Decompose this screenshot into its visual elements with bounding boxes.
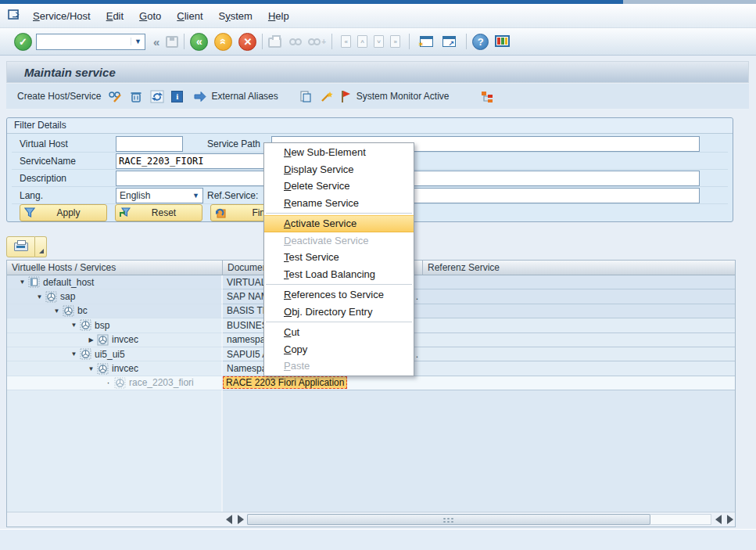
scroll-right-icon[interactable] <box>727 515 733 524</box>
selected-doc-cell[interactable]: RACE 2203 Fiori Application <box>223 376 347 389</box>
info-icon[interactable]: i <box>171 91 183 102</box>
find-icon[interactable] <box>289 38 302 45</box>
menu-item-copy[interactable]: Copy <box>264 341 414 358</box>
service-icon <box>97 363 109 375</box>
menu-goto[interactable]: Goto <box>131 8 169 24</box>
tree-node-label[interactable]: invcec <box>112 334 138 345</box>
menu-separator <box>266 213 412 214</box>
virtual-host-input[interactable] <box>116 136 183 152</box>
filter-reset-icon <box>120 207 131 218</box>
scroll-left-icon[interactable] <box>715 515 722 524</box>
column-header-referenz-service[interactable]: Referenz Service <box>423 261 735 275</box>
scrollbar-thumb[interactable] <box>247 514 650 525</box>
menu-client[interactable]: Client <box>169 8 210 24</box>
display-change-icon[interactable] <box>108 90 122 103</box>
menu-item-test-service[interactable]: Test Service <box>264 249 414 266</box>
scroll-right-icon[interactable] <box>238 515 244 524</box>
tree-node-label[interactable]: race_2203_fiori <box>129 377 194 388</box>
first-page-icon[interactable]: « <box>341 35 351 48</box>
menu-item-activate-service[interactable]: Activate Service <box>264 215 414 232</box>
host-icon <box>28 276 40 288</box>
context-menu: New Sub-Element Display Service Delete S… <box>263 142 414 376</box>
cancel-button[interactable]: ✕ <box>238 33 256 51</box>
gui-layout-icon[interactable] <box>495 35 510 47</box>
service-icon <box>80 348 91 360</box>
filter-details-caption: Filter Details <box>7 118 733 134</box>
tree-node-label[interactable]: bsp <box>95 320 109 331</box>
expand-arrow-icon[interactable]: ▼ <box>85 365 97 372</box>
language-combobox[interactable]: English ▼ <box>116 188 203 203</box>
screen-title-bar: Maintain service <box>6 61 749 83</box>
status-bar <box>0 529 756 550</box>
tree-node-label[interactable]: default_host <box>43 277 94 288</box>
find-next-icon[interactable]: + <box>308 38 326 46</box>
create-host-service-button[interactable]: Create Host/Service <box>17 91 101 102</box>
create-shortcut-icon[interactable]: ↗ <box>442 36 456 47</box>
last-page-icon[interactable]: » <box>390 35 400 48</box>
print-button[interactable] <box>6 236 35 257</box>
expand-arrow-icon[interactable]: ▼ <box>34 293 45 300</box>
exit-button[interactable]: « <box>214 33 232 51</box>
system-menu-icon[interactable] <box>8 9 21 22</box>
table-row-race-2203-fiori[interactable]: · race_2203_fiori RACE 2203 Fiori Applic… <box>7 376 735 390</box>
menu-service-host[interactable]: Service/Host <box>33 8 99 24</box>
chevron-down-icon[interactable]: ▼ <box>189 192 202 200</box>
menu-separator <box>266 322 412 322</box>
doc-cell-tail: . <box>416 291 418 302</box>
delete-icon[interactable] <box>129 90 143 103</box>
expand-arrow-icon[interactable]: ▼ <box>68 322 80 329</box>
doc-cell-tail: . <box>416 349 418 360</box>
scrollbar-grip <box>442 517 455 523</box>
tree-node-label[interactable]: bc <box>77 305 88 316</box>
menu-item-deactivate-service: Deactivate Service <box>264 232 414 250</box>
tree-node-label[interactable]: sap <box>60 291 75 302</box>
wizard-wand-icon[interactable] <box>320 90 334 103</box>
external-aliases-button[interactable]: External Aliases <box>211 91 278 102</box>
hierarchy-icon[interactable] <box>480 90 494 103</box>
expand-arrow-icon[interactable]: ▼ <box>51 307 63 315</box>
print-dropdown-button[interactable] <box>35 236 47 257</box>
menu-item-rename-service[interactable]: Rename Service <box>264 195 414 212</box>
command-input[interactable] <box>37 35 131 49</box>
print-icon-disabled[interactable] <box>268 38 281 48</box>
menu-item-display-service[interactable]: Display Service <box>264 161 414 178</box>
filter-apply-icon <box>24 207 35 218</box>
tree-node-label[interactable]: ui5_ui5 <box>95 349 125 360</box>
doc-cell-text: Namespa <box>227 363 267 374</box>
menu-item-new-sub-element[interactable]: New Sub-Element <box>264 144 414 161</box>
copy-page-icon[interactable] <box>299 90 313 103</box>
external-aliases-arrow-icon[interactable] <box>193 90 207 103</box>
tree-node-label[interactable]: invcec <box>112 363 138 374</box>
expand-arrow-icon[interactable]: ▼ <box>16 279 28 286</box>
save-icon[interactable] <box>166 36 178 48</box>
menu-item-test-load-balancing[interactable]: Test Load Balancing <box>264 266 414 283</box>
menu-item-references-to-service[interactable]: References to Service <box>264 286 414 304</box>
reset-button[interactable]: Reset <box>115 204 202 221</box>
service-name-label: ServiceName <box>20 156 76 167</box>
menu-help[interactable]: Help <box>260 8 297 24</box>
expand-arrow-icon[interactable]: ▼ <box>68 350 80 358</box>
reset-button-label: Reset <box>135 207 202 218</box>
column-header-hosts-services[interactable]: Virtuelle Hosts / Services <box>7 261 223 275</box>
command-dropdown-icon[interactable]: ▼ <box>131 38 145 45</box>
menu-system[interactable]: System <box>211 8 260 24</box>
apply-button[interactable]: Apply <box>20 204 107 221</box>
collapse-icon[interactable]: « <box>153 35 159 49</box>
scroll-left-icon[interactable] <box>226 515 232 524</box>
menu-item-delete-service[interactable]: Delete Service <box>264 178 414 195</box>
application-toolbar: Create Host/Service i External Aliases S… <box>6 84 749 110</box>
menu-bar: Service/Host Edit Goto Client System Hel… <box>0 4 756 28</box>
doc-cell-text: namespa <box>227 334 265 345</box>
previous-page-icon[interactable]: ˄ <box>357 35 367 48</box>
refresh-icon[interactable] <box>150 90 164 103</box>
expand-arrow-icon[interactable]: ▶ <box>85 336 97 343</box>
menu-edit[interactable]: Edit <box>99 8 131 24</box>
new-session-icon[interactable]: ✶ <box>420 36 433 47</box>
help-icon[interactable]: ? <box>472 34 489 50</box>
enter-button[interactable]: ✓ <box>14 33 32 51</box>
menu-item-obj-directory-entry[interactable]: Obj. Directory Entry <box>264 304 414 321</box>
back-button[interactable]: « <box>190 33 208 51</box>
command-field[interactable]: ▼ <box>36 34 145 50</box>
menu-item-cut[interactable]: Cut <box>264 324 414 341</box>
next-page-icon[interactable]: ˅ <box>374 35 384 48</box>
